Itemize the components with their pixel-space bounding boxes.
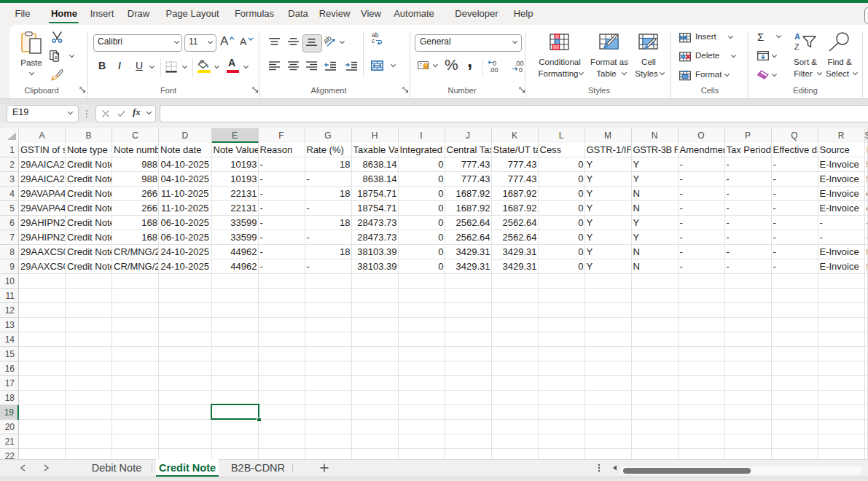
svg-text:.00: .00 [489, 66, 498, 74]
svg-text:A: A [794, 32, 800, 41]
svg-text:Z: Z [794, 42, 799, 51]
svg-text:0: 0 [519, 66, 523, 74]
